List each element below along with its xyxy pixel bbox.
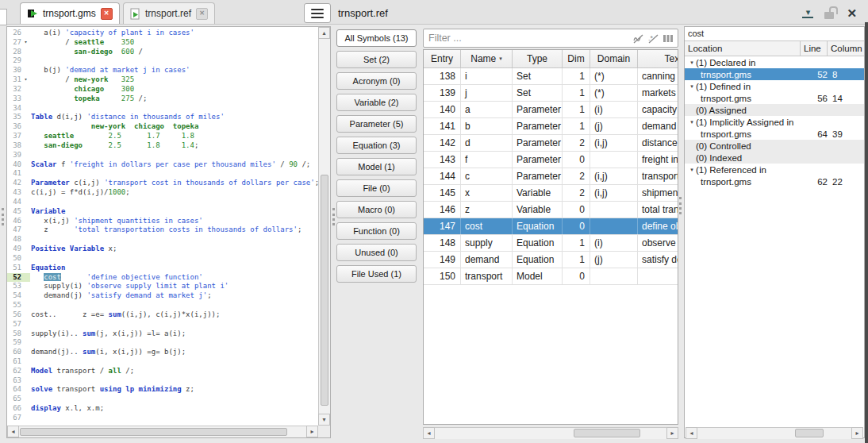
reference-item[interactable]: trnsport.gms528 bbox=[685, 68, 864, 80]
symbol-filter-button[interactable]: Function (0) bbox=[336, 222, 417, 240]
symbol-row[interactable]: 146zVariable0total transportation costs … bbox=[424, 202, 678, 218]
code-area[interactable]: 26 a(i) 'capacity of plant i in cases'27… bbox=[7, 29, 318, 426]
column-filter-icon[interactable] bbox=[663, 33, 674, 44]
symbol-row[interactable]: 150transportModel0 bbox=[424, 268, 678, 285]
fold-marker-icon[interactable]: ▾ bbox=[21, 38, 30, 48]
scroll-up-arrow[interactable]: ▴ bbox=[318, 27, 330, 39]
reference-group[interactable]: (0) Controlled bbox=[685, 140, 864, 152]
unlock-icon[interactable] bbox=[824, 6, 836, 20]
reference-group[interactable]: ▾(1) Implicitly Assigned in bbox=[685, 116, 864, 128]
symbol-filter-button[interactable]: Model (1) bbox=[336, 158, 417, 175]
code-text bbox=[30, 104, 31, 114]
tab-trnsport-gms[interactable]: trnsport.gms ✕ bbox=[20, 2, 120, 24]
symbol-row[interactable]: 138iSet1(*)canning plants bbox=[424, 68, 678, 85]
symbol-row[interactable]: 139jSet1(*)markets bbox=[424, 85, 678, 102]
wildcard-filter-icon[interactable] bbox=[632, 33, 645, 44]
symbol-filter-button[interactable]: All Symbols (13) bbox=[336, 29, 417, 47]
reference-item[interactable]: trnsport.gms5614 bbox=[685, 92, 864, 104]
symbol-table-header: Entry Name▾ Type Dim Domain Text bbox=[424, 50, 678, 68]
expand-collapse-icon[interactable]: ▾ bbox=[685, 119, 696, 125]
symbol-row[interactable]: 143fParameter0freight in dollars per cas… bbox=[424, 152, 678, 168]
scroll-thumb[interactable] bbox=[321, 175, 328, 406]
symbol-row[interactable]: 145xVariable2(i,j)shipment quantities in… bbox=[424, 185, 678, 202]
regex-filter-icon[interactable]: .* bbox=[647, 33, 660, 44]
column-header-type[interactable]: Type bbox=[513, 50, 563, 67]
symbol-row[interactable]: 142dParameter2(i,j)distance in thousands… bbox=[424, 135, 678, 152]
symbol-filter-button[interactable]: Set (2) bbox=[336, 51, 417, 68]
column-header-dim[interactable]: Dim bbox=[563, 50, 590, 67]
scroll-thumb[interactable] bbox=[574, 429, 640, 437]
symbol-filter-button[interactable]: Macro (0) bbox=[336, 201, 417, 218]
symbol-filter-button[interactable]: File Used (1) bbox=[336, 265, 417, 283]
expand-collapse-icon[interactable]: ▾ bbox=[685, 60, 696, 66]
scroll-left-arrow[interactable]: ◂ bbox=[686, 427, 697, 439]
reference-item[interactable]: trnsport.gms6222 bbox=[685, 175, 864, 187]
hamburger-menu-button[interactable] bbox=[304, 3, 331, 23]
cell-type: Model bbox=[513, 268, 563, 284]
expand-collapse-icon[interactable]: ▾ bbox=[685, 167, 696, 173]
tab-close-icon[interactable]: ✕ bbox=[101, 8, 113, 20]
filter-input[interactable] bbox=[424, 33, 632, 44]
column-header-entry[interactable]: Entry bbox=[424, 50, 461, 67]
symbol-filter-button[interactable]: Parameter (5) bbox=[336, 115, 417, 133]
editor-horizontal-scrollbar[interactable]: ◂ ▸ bbox=[7, 426, 318, 437]
scroll-right-arrow[interactable]: ▸ bbox=[306, 426, 318, 437]
expand-collapse-icon[interactable]: ▾ bbox=[685, 83, 696, 90]
scroll-left-arrow[interactable]: ◂ bbox=[423, 427, 435, 439]
scroll-thumb[interactable] bbox=[20, 428, 287, 436]
gutter-space bbox=[21, 235, 30, 245]
symbol-row[interactable]: 144cParameter2(i,j)transport cost in tho… bbox=[424, 168, 678, 185]
gutter-space bbox=[21, 132, 30, 141]
cell-entry: 139 bbox=[424, 85, 461, 101]
line-number: 37 bbox=[7, 132, 21, 141]
line-number: 45 bbox=[7, 207, 21, 217]
column-header-text[interactable]: Text bbox=[638, 50, 678, 67]
symbol-row[interactable]: 148supplyEquation1(i)observe supply limi… bbox=[424, 235, 678, 252]
gutter-space bbox=[21, 348, 30, 357]
editor-vertical-scrollbar[interactable]: ▴ ▾ bbox=[318, 27, 330, 426]
symbol-filter-button[interactable]: File (0) bbox=[336, 179, 417, 197]
symbol-filter-button[interactable]: Variable (2) bbox=[336, 94, 417, 111]
scroll-thumb[interactable] bbox=[795, 429, 824, 437]
cell-name: x bbox=[461, 185, 513, 201]
symbol-filter-button[interactable]: Unused (0) bbox=[336, 244, 417, 261]
dock-menu-icon[interactable]: ▾ bbox=[802, 8, 813, 18]
scroll-left-arrow[interactable]: ◂ bbox=[7, 426, 19, 437]
cell-text: satisfy demand at market j bbox=[638, 252, 678, 268]
reference-group[interactable]: ▾(1) Referenced in bbox=[685, 164, 864, 175]
symbol-row[interactable]: 149demandEquation1(j)satisfy demand at m… bbox=[424, 252, 678, 268]
code-line: 27▾ / seattle 350 bbox=[7, 38, 318, 48]
reference-group[interactable]: ▾(1) Defined in bbox=[685, 80, 864, 92]
code-line: 45Variable bbox=[7, 207, 318, 217]
reference-group[interactable]: ▾(1) Declared in bbox=[685, 56, 864, 68]
close-dock-icon[interactable]: ✕ bbox=[847, 7, 857, 19]
symbol-filter-button[interactable]: Equation (3) bbox=[336, 137, 417, 154]
reference-item[interactable]: trnsport.gms6439 bbox=[685, 128, 864, 140]
cell-name: d bbox=[461, 135, 513, 151]
reference-column: 39 bbox=[828, 129, 864, 139]
symbol-row[interactable]: 140aParameter1(i)capacity of plant i in … bbox=[424, 102, 678, 118]
reference-horizontal-scrollbar[interactable]: ◂ ▸ bbox=[686, 427, 863, 439]
fold-marker-icon[interactable]: ▾ bbox=[21, 75, 30, 85]
symbol-row[interactable]: 141bParameter1(j)demand at market j in c… bbox=[424, 118, 678, 135]
symbol-filter-button[interactable]: Acronym (0) bbox=[336, 72, 417, 90]
code-editor[interactable]: 26 a(i) 'capacity of plant i in cases'27… bbox=[6, 26, 331, 438]
symbol-row[interactable]: 147costEquation0define objective functio… bbox=[424, 218, 678, 235]
scroll-down-arrow[interactable]: ▾ bbox=[318, 414, 330, 426]
tab-trnsport-ref[interactable]: trnsport.ref ✕ bbox=[123, 2, 215, 24]
cell-name: supply bbox=[461, 235, 513, 251]
column-header-column[interactable]: Column bbox=[828, 41, 864, 56]
scroll-right-arrow[interactable]: ▸ bbox=[851, 427, 863, 439]
column-header-line[interactable]: Line bbox=[801, 41, 828, 56]
gutter-space bbox=[21, 404, 30, 414]
gutter-space bbox=[21, 113, 30, 122]
column-header-name[interactable]: Name▾ bbox=[461, 50, 513, 67]
table-horizontal-scrollbar[interactable]: ◂ ▸ bbox=[423, 427, 678, 439]
reference-group[interactable]: (0) Assigned bbox=[685, 104, 864, 116]
scroll-right-arrow[interactable]: ▸ bbox=[666, 427, 678, 439]
cell-dim: 1 bbox=[563, 235, 590, 251]
tab-close-icon[interactable]: ✕ bbox=[196, 8, 208, 20]
reference-group[interactable]: (0) Indexed bbox=[685, 152, 864, 164]
column-header-domain[interactable]: Domain bbox=[590, 50, 638, 67]
column-header-location[interactable]: Location bbox=[685, 41, 801, 56]
